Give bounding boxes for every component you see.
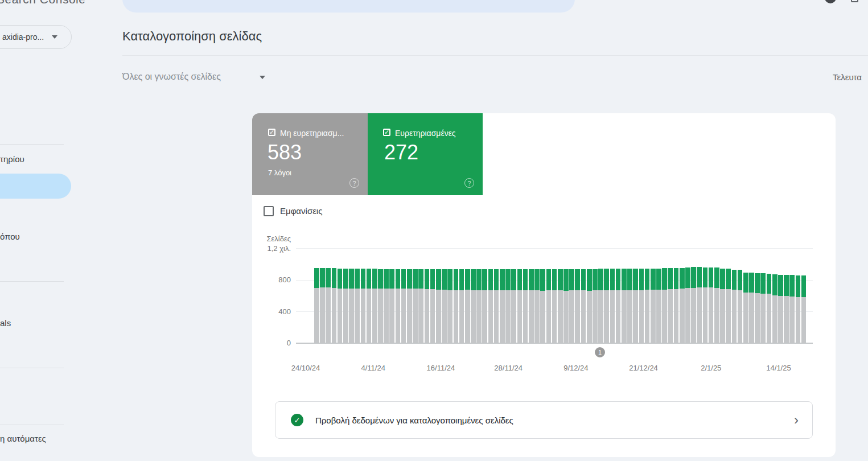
bar[interactable]	[784, 248, 789, 343]
bar[interactable]	[500, 248, 505, 343]
bar[interactable]	[378, 248, 383, 343]
bar[interactable]	[563, 248, 569, 343]
bar[interactable]	[517, 248, 523, 343]
bar[interactable]	[523, 248, 528, 343]
sidebar-item-vitals[interactable]: als	[0, 318, 11, 328]
bar[interactable]	[581, 248, 586, 343]
bar[interactable]	[639, 248, 644, 343]
bar[interactable]	[680, 248, 685, 343]
bar[interactable]	[575, 248, 580, 343]
bar[interactable]	[476, 248, 482, 343]
bar[interactable]	[569, 248, 574, 343]
bar[interactable]	[633, 248, 638, 343]
bar[interactable]	[482, 248, 487, 343]
bar[interactable]	[338, 248, 343, 343]
bar[interactable]	[488, 248, 493, 343]
property-selector[interactable]: axidia-pro...	[0, 25, 72, 49]
bar[interactable]	[389, 248, 394, 343]
bar[interactable]	[622, 248, 627, 343]
bar[interactable]	[772, 248, 778, 343]
bar[interactable]	[685, 248, 690, 343]
view-indexed-data-button[interactable]: ✓ Προβολή δεδομένων για καταλογοποιημένε…	[275, 401, 813, 439]
bar[interactable]	[430, 248, 435, 343]
bar[interactable]	[314, 248, 319, 343]
bar[interactable]	[459, 248, 464, 343]
bar[interactable]	[320, 248, 325, 343]
bar[interactable]	[384, 248, 389, 343]
bar[interactable]	[627, 248, 632, 343]
bar[interactable]	[796, 248, 801, 343]
bar[interactable]	[355, 248, 360, 343]
bar[interactable]	[593, 248, 598, 343]
bar[interactable]	[767, 248, 772, 343]
bar[interactable]	[407, 248, 412, 343]
bar[interactable]	[529, 248, 534, 343]
bar[interactable]	[789, 248, 795, 343]
help-icon[interactable]	[825, 0, 836, 3]
bar[interactable]	[743, 248, 748, 343]
bar[interactable]	[760, 248, 766, 343]
bar[interactable]	[691, 248, 696, 343]
help-icon[interactable]: ?	[464, 178, 474, 188]
bar[interactable]	[540, 248, 545, 343]
bar[interactable]	[447, 248, 452, 343]
bar[interactable]	[801, 248, 807, 343]
bar[interactable]	[511, 248, 516, 343]
bar[interactable]	[372, 248, 377, 343]
checkbox-checked-icon[interactable]: ✓	[383, 129, 390, 136]
bar[interactable]	[732, 248, 737, 343]
bar[interactable]	[714, 248, 719, 343]
chevron-down-icon[interactable]	[260, 76, 265, 79]
bar[interactable]	[674, 248, 679, 343]
bar[interactable]	[709, 248, 714, 343]
bar[interactable]	[703, 248, 708, 343]
not-indexed-card[interactable]: ✓ Μη ευρετηριασμ... 583 7 λόγοι ?	[252, 113, 368, 195]
bar[interactable]	[442, 248, 447, 343]
bar[interactable]	[610, 248, 615, 343]
bar[interactable]	[367, 248, 372, 343]
bar[interactable]	[534, 248, 540, 343]
indexed-card[interactable]: ✓ Ευρετηριασμένες 272 ?	[368, 113, 483, 195]
bar[interactable]	[436, 248, 441, 343]
bar[interactable]	[326, 248, 331, 343]
page-filter-dropdown[interactable]: Όλες οι γνωστές σελίδες	[122, 72, 221, 82]
bar[interactable]	[454, 248, 459, 343]
bar[interactable]	[349, 248, 354, 343]
bar[interactable]	[651, 248, 656, 343]
bar[interactable]	[749, 248, 754, 343]
bar[interactable]	[616, 248, 621, 343]
bar[interactable]	[396, 248, 401, 343]
sidebar-item-pages-selected[interactable]	[0, 174, 71, 199]
bar[interactable]	[505, 248, 511, 343]
bar[interactable]	[587, 248, 592, 343]
bar[interactable]	[401, 248, 406, 343]
annotation-marker[interactable]: 1	[595, 347, 605, 357]
bar[interactable]	[738, 248, 743, 343]
bar[interactable]	[343, 248, 348, 343]
impressions-checkbox[interactable]	[264, 206, 274, 216]
bar[interactable]	[546, 248, 552, 343]
bar[interactable]	[465, 248, 470, 343]
bar[interactable]	[604, 248, 609, 343]
bar[interactable]	[558, 248, 563, 343]
bar[interactable]	[726, 248, 731, 343]
help-icon[interactable]: ?	[349, 178, 359, 188]
bar[interactable]	[662, 248, 667, 343]
bar[interactable]	[552, 248, 557, 343]
bar[interactable]	[361, 248, 366, 343]
bar[interactable]	[755, 248, 760, 343]
bar[interactable]	[645, 248, 650, 343]
bar[interactable]	[413, 248, 418, 343]
bar[interactable]	[418, 248, 423, 343]
bar[interactable]	[332, 248, 337, 343]
bar[interactable]	[668, 248, 673, 343]
bar[interactable]	[778, 248, 783, 343]
bar[interactable]	[697, 248, 702, 343]
bar[interactable]	[720, 248, 725, 343]
bar[interactable]	[471, 248, 476, 343]
bar[interactable]	[598, 248, 603, 343]
bar[interactable]	[656, 248, 661, 343]
apps-icon[interactable]	[851, 0, 858, 2]
search-input[interactable]	[122, 0, 575, 13]
checkbox-checked-icon[interactable]: ✓	[268, 129, 275, 136]
